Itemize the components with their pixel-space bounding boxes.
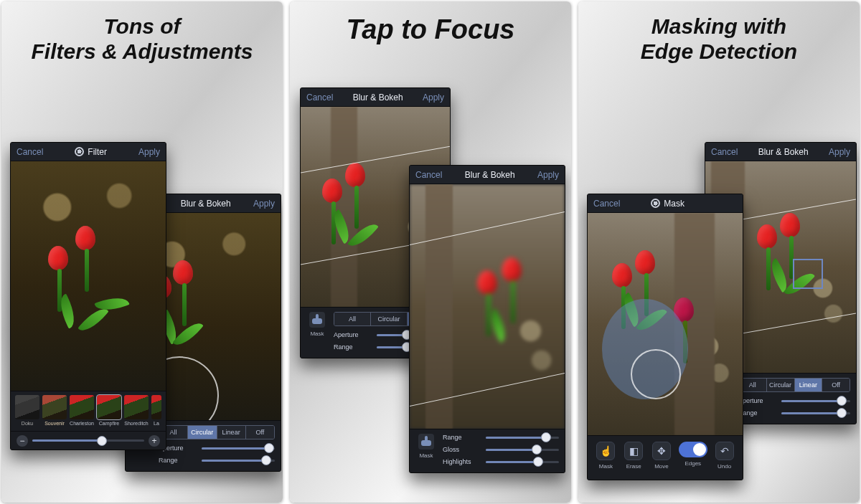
image-preview[interactable] — [11, 161, 166, 391]
intensity-minus-button[interactable]: − — [17, 435, 28, 447]
range-slider[interactable] — [202, 460, 275, 462]
filter-icon — [75, 147, 84, 156]
cancel-button[interactable]: Cancel — [415, 170, 442, 180]
range-slider[interactable] — [781, 412, 850, 414]
panel-title: Blur & Bokeh — [758, 147, 809, 157]
apply-button[interactable]: Apply — [537, 170, 559, 180]
seg-circular[interactable]: Circular — [767, 379, 795, 391]
seg-off[interactable]: Off — [246, 426, 274, 439]
panel-title: Mask — [651, 199, 684, 209]
filter-thumb[interactable]: Souvenir — [42, 395, 67, 419]
shape-segmented[interactable]: All Circular Linear Off — [738, 378, 850, 392]
range-label: Range — [738, 409, 776, 417]
apply-button[interactable]: Apply — [253, 199, 275, 209]
mask-label: Mask — [419, 452, 433, 459]
erase-tool-icon[interactable]: ◧ — [624, 442, 643, 460]
mask-tool-icon[interactable]: ☝ — [596, 442, 615, 460]
seg-all[interactable]: All — [334, 313, 371, 325]
move-tool-icon[interactable]: ✥ — [652, 442, 671, 460]
intensity-slider[interactable] — [32, 439, 144, 442]
apply-button[interactable]: Apply — [423, 92, 444, 103]
gloss-label: Gloss — [443, 446, 480, 453]
mask-tool-label: Mask — [599, 463, 613, 470]
panel-title: Filter — [75, 147, 107, 157]
promo-card-masking: Masking with Edge Detection Cancel Blur … — [578, 1, 860, 503]
phone-blur-bokeh-highlights: Cancel Blur & Bokeh Apply Mask — [409, 165, 565, 473]
brush-indicator[interactable] — [631, 349, 681, 399]
panel-title: Blur & Bokeh — [465, 170, 515, 180]
intensity-plus-button[interactable]: + — [149, 435, 160, 447]
range-label: Range — [334, 343, 371, 351]
cancel-button[interactable]: Cancel — [306, 92, 333, 103]
seg-circular[interactable]: Circular — [371, 313, 408, 325]
aperture-label: Aperture — [334, 331, 371, 338]
filter-thumb[interactable]: Charleston — [70, 395, 94, 419]
mask-icon[interactable] — [309, 312, 325, 328]
mask-title-icon — [651, 199, 660, 208]
promo-card-filters: Tons of Filters & Adjustments Cancel Blu… — [1, 1, 283, 503]
cancel-button[interactable]: Cancel — [711, 147, 738, 157]
filter-thumb[interactable]: Doku — [15, 395, 39, 419]
seg-linear[interactable]: Linear — [795, 379, 823, 391]
undo-tool-icon[interactable]: ↶ — [715, 442, 734, 460]
range-label: Range — [443, 434, 480, 441]
apply-button[interactable]: Apply — [829, 147, 850, 157]
range-label: Range — [159, 457, 196, 464]
image-preview[interactable] — [410, 184, 565, 429]
aperture-slider[interactable] — [202, 447, 275, 450]
apply-button[interactable]: Apply — [138, 147, 160, 157]
filter-thumb-selected[interactable]: Campfire — [97, 395, 121, 419]
panel-title: Blur & Bokeh — [353, 92, 403, 103]
filter-thumb[interactable]: Shoreditch — [124, 395, 149, 419]
undo-tool-label: Undo — [718, 463, 731, 470]
mask-icon[interactable] — [418, 434, 434, 450]
image-preview[interactable] — [588, 213, 743, 435]
seg-circular[interactable]: Circular — [188, 426, 217, 439]
aperture-slider[interactable] — [781, 400, 850, 402]
shape-segmented[interactable]: All Circular Linear Off — [159, 425, 275, 439]
seg-linear[interactable]: Linear — [217, 426, 246, 439]
edges-toggle[interactable] — [679, 442, 707, 457]
phone-mask: Cancel Mask Apply ☝ — [587, 194, 743, 480]
erase-tool-label: Erase — [626, 463, 641, 470]
mask-toolbar: ☝ Mask ◧ Erase ✥ Move Edges — [588, 435, 743, 480]
promo-card-focus: Tap to Focus Cancel Blur & Bokeh Apply — [290, 1, 571, 503]
filter-thumb[interactable]: La — [151, 395, 161, 419]
move-tool-label: Move — [654, 463, 669, 470]
edges-tool-label: Edges — [684, 460, 701, 467]
phone-filter: Cancel Filter Apply Doku Souvenir Charle… — [10, 142, 166, 450]
focus-rect[interactable] — [793, 259, 823, 289]
range-slider[interactable] — [486, 437, 559, 439]
seg-off[interactable]: Off — [822, 379, 850, 391]
highlights-slider[interactable] — [486, 461, 559, 463]
aperture-label: Aperture — [738, 397, 776, 404]
panel-title: Blur & Bokeh — [181, 199, 231, 209]
highlights-label: Highlights — [443, 458, 480, 465]
cancel-button[interactable]: Cancel — [593, 199, 620, 209]
cancel-button[interactable]: Cancel — [17, 147, 43, 157]
mask-label: Mask — [310, 331, 324, 337]
gloss-slider[interactable] — [486, 449, 559, 451]
filter-strip[interactable]: Doku Souvenir Charleston Campfire Shored… — [11, 391, 166, 431]
